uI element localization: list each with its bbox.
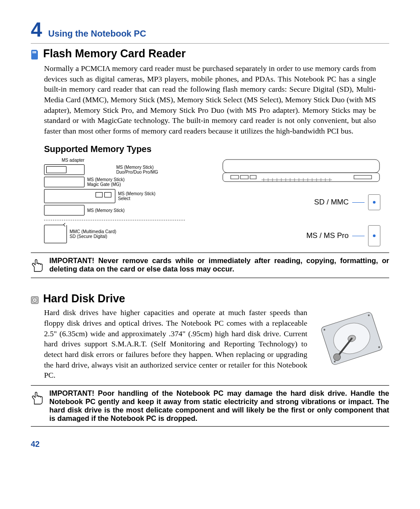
section-body-hdd: Hard disk drives have higher capacities …	[44, 308, 307, 380]
laptop-side-icon	[222, 158, 380, 184]
sd-slot-icon	[368, 194, 380, 210]
slot-label-ms: MS / MS Pro	[306, 231, 349, 240]
connector-line	[352, 202, 365, 203]
connector-line	[352, 236, 365, 236]
ms-slot-icon	[368, 225, 380, 246]
divider	[31, 43, 389, 44]
important-note-2: IMPORTANT! Poor handling of the Notebook…	[31, 385, 389, 427]
mem-label-5: MMC (Multimedia Card) SD (Secure Digital…	[70, 229, 116, 239]
hand-icon	[31, 256, 43, 274]
mem-label-2: MS (Memory Stick) Magic Gate (MG)	[87, 177, 125, 187]
sd-card-icon	[31, 50, 39, 59]
subhead-memtypes: Supported Memory Types	[44, 144, 389, 154]
svg-rect-5	[231, 175, 239, 179]
dashed-divider	[44, 220, 185, 220]
svg-rect-25	[354, 175, 372, 179]
svg-rect-0	[33, 51, 33, 53]
ms-adapter-label: MS adapter	[62, 158, 185, 163]
hdd-icon	[31, 295, 39, 305]
card-outline	[44, 205, 85, 215]
hand-icon	[31, 389, 43, 423]
note-text-2: IMPORTANT! Poor handling of the Notebook…	[49, 389, 389, 423]
card-outline	[44, 177, 85, 187]
svg-rect-3	[223, 160, 379, 173]
slot-label-sd: SD / MMC	[314, 198, 349, 207]
svg-point-28	[34, 300, 35, 301]
svg-rect-7	[250, 175, 256, 179]
card-outline	[44, 189, 115, 203]
svg-rect-6	[240, 175, 248, 179]
chapter-number: 4	[31, 18, 42, 41]
memory-types-diagram: MS adapter MS (Memory Stick) Duo/Pro/Duo…	[44, 158, 380, 246]
section-body-flash: Normally a PCMCIA memory card reader mus…	[44, 63, 376, 136]
svg-rect-2	[35, 51, 36, 53]
section-title-flash: Flash Memory Card Reader	[43, 47, 186, 60]
mem-label-3: MS (Memory Stick) Select	[118, 191, 155, 201]
card-outline	[44, 225, 67, 243]
note-text-1: IMPORTANT! Never remove cards while or i…	[49, 256, 389, 274]
card-outline	[44, 164, 85, 175]
mem-label-4: MS (Memory Stick)	[87, 208, 125, 213]
section-title-hdd: Hard Disk Drive	[43, 292, 125, 305]
important-note-1: IMPORTANT! Never remove cards while or i…	[31, 253, 389, 278]
page-number: 42	[31, 440, 389, 449]
hdd-image	[314, 308, 389, 369]
svg-rect-1	[34, 51, 35, 53]
mem-label-1: MS (Memory Stick) Duo/Pro/Duo Pro/MG	[116, 165, 158, 175]
chapter-header: 4 Using the Notebook PC	[31, 18, 389, 41]
chapter-title: Using the Notebook PC	[48, 29, 146, 39]
